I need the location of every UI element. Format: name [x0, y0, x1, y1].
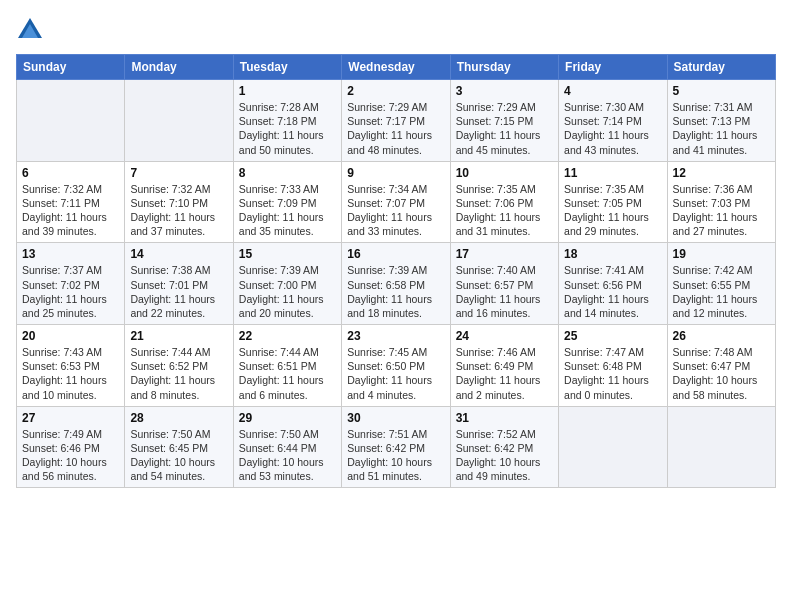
calendar-week-row: 1Sunrise: 7:28 AM Sunset: 7:18 PM Daylig…: [17, 80, 776, 162]
day-info: Sunrise: 7:50 AM Sunset: 6:45 PM Dayligh…: [130, 427, 227, 484]
page-header: [16, 16, 776, 44]
calendar-day-cell: 9Sunrise: 7:34 AM Sunset: 7:07 PM Daylig…: [342, 161, 450, 243]
day-number: 7: [130, 166, 227, 180]
calendar-day-cell: 18Sunrise: 7:41 AM Sunset: 6:56 PM Dayli…: [559, 243, 667, 325]
day-info: Sunrise: 7:50 AM Sunset: 6:44 PM Dayligh…: [239, 427, 336, 484]
day-number: 6: [22, 166, 119, 180]
day-info: Sunrise: 7:44 AM Sunset: 6:52 PM Dayligh…: [130, 345, 227, 402]
calendar-day-cell: 29Sunrise: 7:50 AM Sunset: 6:44 PM Dayli…: [233, 406, 341, 488]
calendar-day-cell: 7Sunrise: 7:32 AM Sunset: 7:10 PM Daylig…: [125, 161, 233, 243]
calendar-day-cell: 10Sunrise: 7:35 AM Sunset: 7:06 PM Dayli…: [450, 161, 558, 243]
day-info: Sunrise: 7:31 AM Sunset: 7:13 PM Dayligh…: [673, 100, 770, 157]
calendar-day-cell: 5Sunrise: 7:31 AM Sunset: 7:13 PM Daylig…: [667, 80, 775, 162]
day-number: 23: [347, 329, 444, 343]
calendar-day-cell: [17, 80, 125, 162]
day-info: Sunrise: 7:44 AM Sunset: 6:51 PM Dayligh…: [239, 345, 336, 402]
day-number: 17: [456, 247, 553, 261]
calendar-day-cell: 1Sunrise: 7:28 AM Sunset: 7:18 PM Daylig…: [233, 80, 341, 162]
calendar-day-cell: 24Sunrise: 7:46 AM Sunset: 6:49 PM Dayli…: [450, 325, 558, 407]
calendar-day-cell: 23Sunrise: 7:45 AM Sunset: 6:50 PM Dayli…: [342, 325, 450, 407]
day-number: 28: [130, 411, 227, 425]
day-number: 30: [347, 411, 444, 425]
day-info: Sunrise: 7:39 AM Sunset: 7:00 PM Dayligh…: [239, 263, 336, 320]
day-info: Sunrise: 7:36 AM Sunset: 7:03 PM Dayligh…: [673, 182, 770, 239]
day-info: Sunrise: 7:42 AM Sunset: 6:55 PM Dayligh…: [673, 263, 770, 320]
day-number: 16: [347, 247, 444, 261]
day-info: Sunrise: 7:49 AM Sunset: 6:46 PM Dayligh…: [22, 427, 119, 484]
day-info: Sunrise: 7:45 AM Sunset: 6:50 PM Dayligh…: [347, 345, 444, 402]
day-number: 26: [673, 329, 770, 343]
day-info: Sunrise: 7:52 AM Sunset: 6:42 PM Dayligh…: [456, 427, 553, 484]
day-info: Sunrise: 7:32 AM Sunset: 7:10 PM Dayligh…: [130, 182, 227, 239]
calendar-week-row: 6Sunrise: 7:32 AM Sunset: 7:11 PM Daylig…: [17, 161, 776, 243]
day-info: Sunrise: 7:37 AM Sunset: 7:02 PM Dayligh…: [22, 263, 119, 320]
calendar-day-cell: 20Sunrise: 7:43 AM Sunset: 6:53 PM Dayli…: [17, 325, 125, 407]
calendar-day-cell: 28Sunrise: 7:50 AM Sunset: 6:45 PM Dayli…: [125, 406, 233, 488]
calendar-week-row: 20Sunrise: 7:43 AM Sunset: 6:53 PM Dayli…: [17, 325, 776, 407]
day-number: 5: [673, 84, 770, 98]
day-info: Sunrise: 7:38 AM Sunset: 7:01 PM Dayligh…: [130, 263, 227, 320]
day-number: 14: [130, 247, 227, 261]
day-info: Sunrise: 7:34 AM Sunset: 7:07 PM Dayligh…: [347, 182, 444, 239]
day-info: Sunrise: 7:33 AM Sunset: 7:09 PM Dayligh…: [239, 182, 336, 239]
day-info: Sunrise: 7:35 AM Sunset: 7:05 PM Dayligh…: [564, 182, 661, 239]
weekday-header-cell: Sunday: [17, 55, 125, 80]
day-number: 29: [239, 411, 336, 425]
calendar-day-cell: 19Sunrise: 7:42 AM Sunset: 6:55 PM Dayli…: [667, 243, 775, 325]
day-number: 25: [564, 329, 661, 343]
calendar-day-cell: 16Sunrise: 7:39 AM Sunset: 6:58 PM Dayli…: [342, 243, 450, 325]
calendar-day-cell: 21Sunrise: 7:44 AM Sunset: 6:52 PM Dayli…: [125, 325, 233, 407]
day-number: 21: [130, 329, 227, 343]
day-info: Sunrise: 7:32 AM Sunset: 7:11 PM Dayligh…: [22, 182, 119, 239]
day-info: Sunrise: 7:30 AM Sunset: 7:14 PM Dayligh…: [564, 100, 661, 157]
day-number: 3: [456, 84, 553, 98]
day-number: 15: [239, 247, 336, 261]
day-number: 19: [673, 247, 770, 261]
calendar-day-cell: 25Sunrise: 7:47 AM Sunset: 6:48 PM Dayli…: [559, 325, 667, 407]
calendar-day-cell: [559, 406, 667, 488]
calendar-day-cell: 15Sunrise: 7:39 AM Sunset: 7:00 PM Dayli…: [233, 243, 341, 325]
calendar-day-cell: [125, 80, 233, 162]
day-number: 12: [673, 166, 770, 180]
weekday-header-cell: Thursday: [450, 55, 558, 80]
day-number: 31: [456, 411, 553, 425]
day-info: Sunrise: 7:29 AM Sunset: 7:15 PM Dayligh…: [456, 100, 553, 157]
day-number: 22: [239, 329, 336, 343]
day-info: Sunrise: 7:29 AM Sunset: 7:17 PM Dayligh…: [347, 100, 444, 157]
day-info: Sunrise: 7:40 AM Sunset: 6:57 PM Dayligh…: [456, 263, 553, 320]
day-number: 13: [22, 247, 119, 261]
calendar-day-cell: 8Sunrise: 7:33 AM Sunset: 7:09 PM Daylig…: [233, 161, 341, 243]
day-number: 24: [456, 329, 553, 343]
day-info: Sunrise: 7:46 AM Sunset: 6:49 PM Dayligh…: [456, 345, 553, 402]
calendar-table: SundayMondayTuesdayWednesdayThursdayFrid…: [16, 54, 776, 488]
weekday-header-cell: Wednesday: [342, 55, 450, 80]
day-info: Sunrise: 7:28 AM Sunset: 7:18 PM Dayligh…: [239, 100, 336, 157]
calendar-day-cell: 26Sunrise: 7:48 AM Sunset: 6:47 PM Dayli…: [667, 325, 775, 407]
day-number: 1: [239, 84, 336, 98]
weekday-header-cell: Saturday: [667, 55, 775, 80]
calendar-day-cell: 14Sunrise: 7:38 AM Sunset: 7:01 PM Dayli…: [125, 243, 233, 325]
calendar-day-cell: 4Sunrise: 7:30 AM Sunset: 7:14 PM Daylig…: [559, 80, 667, 162]
calendar-day-cell: [667, 406, 775, 488]
calendar-day-cell: 6Sunrise: 7:32 AM Sunset: 7:11 PM Daylig…: [17, 161, 125, 243]
calendar-day-cell: 30Sunrise: 7:51 AM Sunset: 6:42 PM Dayli…: [342, 406, 450, 488]
calendar-week-row: 13Sunrise: 7:37 AM Sunset: 7:02 PM Dayli…: [17, 243, 776, 325]
day-info: Sunrise: 7:47 AM Sunset: 6:48 PM Dayligh…: [564, 345, 661, 402]
calendar-day-cell: 22Sunrise: 7:44 AM Sunset: 6:51 PM Dayli…: [233, 325, 341, 407]
day-info: Sunrise: 7:51 AM Sunset: 6:42 PM Dayligh…: [347, 427, 444, 484]
logo-icon: [16, 16, 44, 44]
day-info: Sunrise: 7:41 AM Sunset: 6:56 PM Dayligh…: [564, 263, 661, 320]
day-info: Sunrise: 7:43 AM Sunset: 6:53 PM Dayligh…: [22, 345, 119, 402]
day-number: 8: [239, 166, 336, 180]
logo: [16, 16, 48, 44]
calendar-day-cell: 17Sunrise: 7:40 AM Sunset: 6:57 PM Dayli…: [450, 243, 558, 325]
calendar-day-cell: 2Sunrise: 7:29 AM Sunset: 7:17 PM Daylig…: [342, 80, 450, 162]
calendar-day-cell: 11Sunrise: 7:35 AM Sunset: 7:05 PM Dayli…: [559, 161, 667, 243]
day-number: 27: [22, 411, 119, 425]
calendar-week-row: 27Sunrise: 7:49 AM Sunset: 6:46 PM Dayli…: [17, 406, 776, 488]
day-info: Sunrise: 7:35 AM Sunset: 7:06 PM Dayligh…: [456, 182, 553, 239]
day-number: 4: [564, 84, 661, 98]
day-number: 18: [564, 247, 661, 261]
calendar-day-cell: 3Sunrise: 7:29 AM Sunset: 7:15 PM Daylig…: [450, 80, 558, 162]
calendar-day-cell: 13Sunrise: 7:37 AM Sunset: 7:02 PM Dayli…: [17, 243, 125, 325]
